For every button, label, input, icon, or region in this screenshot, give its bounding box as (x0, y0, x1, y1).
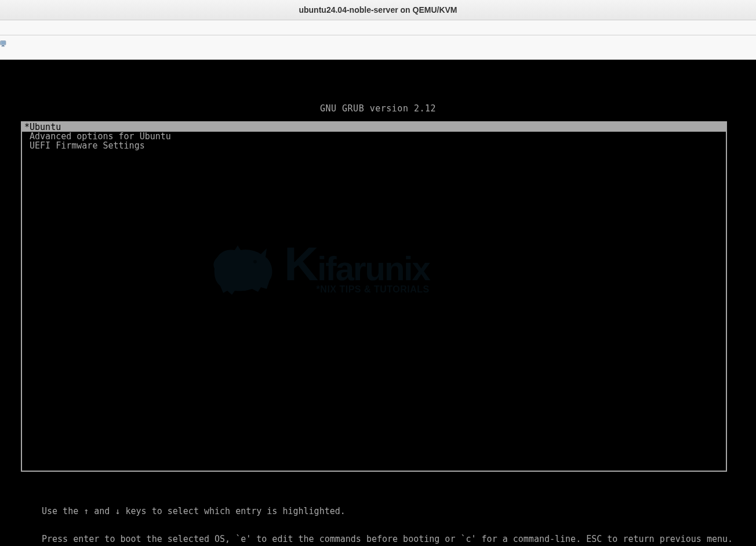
vm-console[interactable]: GNU GRUB version 2.12 *Ubuntu Advanced o… (0, 60, 756, 546)
rhino-icon (209, 240, 278, 298)
watermark-text: Kifarunix *NIX TIPS & TUTORIALS (284, 243, 430, 295)
grub-help-line-1: Use the ↑ and ↓ keys to select which ent… (28, 507, 733, 516)
watermark-logo: Kifarunix *NIX TIPS & TUTORIALS (209, 234, 537, 303)
toolbar (0, 35, 756, 60)
svg-rect-3 (1, 46, 5, 47)
svg-rect-2 (2, 45, 4, 46)
grub-help-line-2: Press enter to boot the selected OS, `e'… (28, 534, 733, 544)
grub-menu-item-uefi[interactable]: UEFI Firmware Settings (22, 141, 726, 150)
watermark-subtitle: *NIX TIPS & TUTORIALS (284, 284, 430, 295)
grub-help-text: Use the ↑ and ↓ keys to select which ent… (28, 488, 733, 546)
menubar (0, 20, 756, 35)
grub-menu-item-ubuntu[interactable]: *Ubuntu (22, 122, 726, 132)
watermark-title: Kifarunix (284, 243, 430, 285)
svg-rect-1 (1, 41, 6, 44)
monitor-icon[interactable] (0, 40, 7, 49)
window-titlebar: ubuntu24.04-noble-server on QEMU/KVM (0, 0, 756, 20)
svg-point-4 (253, 260, 257, 263)
grub-version-header: GNU GRUB version 2.12 (0, 103, 756, 114)
grub-menu-item-advanced[interactable]: Advanced options for Ubuntu (22, 132, 726, 141)
window-title: ubuntu24.04-noble-server on QEMU/KVM (299, 5, 457, 15)
